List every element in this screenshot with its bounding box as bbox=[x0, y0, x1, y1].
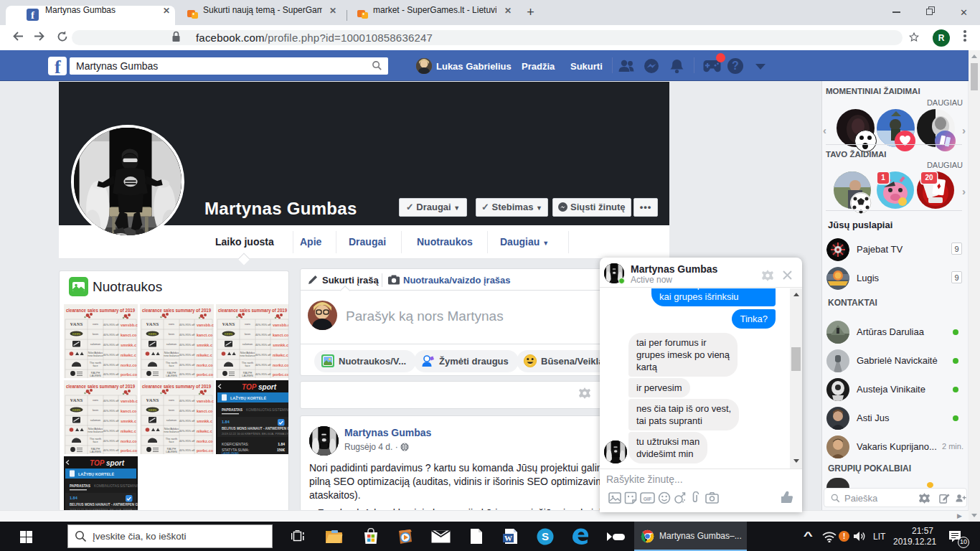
svg-text:W: W bbox=[504, 534, 512, 542]
svg-text:S: S bbox=[542, 530, 549, 542]
svg-text:GIF: GIF bbox=[644, 496, 652, 501]
